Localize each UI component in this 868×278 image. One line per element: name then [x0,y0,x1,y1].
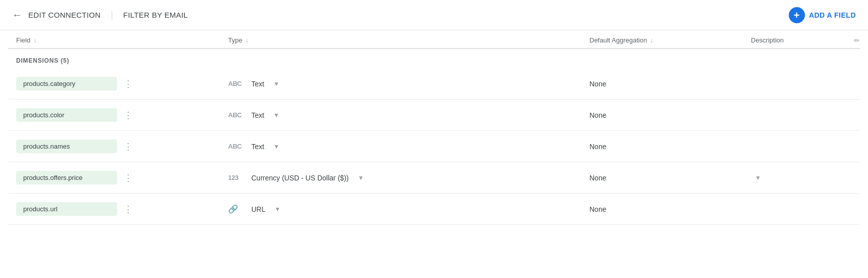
field-cell: products.color ⋮ [16,108,228,122]
more-options-icon[interactable]: ⋮ [122,204,134,215]
field-column-label: Field [16,36,30,44]
type-cell: ABC Text ▼ [228,143,589,151]
add-field-circle-icon: + [789,7,805,23]
header: ← EDIT CONNECTION | FILTER BY EMAIL + AD… [0,0,868,30]
add-field-button[interactable]: + ADD A FIELD [789,7,856,23]
more-options-icon[interactable]: ⋮ [122,172,134,183]
type-123-icon: 123 [228,174,246,181]
field-chip: products.color [16,108,117,122]
field-chip: products.names [16,140,117,153]
aggregation-cell: None [589,80,751,88]
header-divider: | [111,10,113,20]
type-dropdown-icon[interactable]: ▼ [275,206,281,213]
aggregation-cell: None [589,174,751,182]
type-cell: ABC Text ▼ [228,80,589,88]
description-column-label: Description [751,36,784,44]
field-sort-icon[interactable]: ↓ [33,37,36,44]
type-abc-icon: ABC [228,80,246,87]
description-dropdown-icon[interactable]: ▼ [755,174,761,181]
aggregation-value: None [589,111,606,119]
column-header-field: Field ↓ [16,36,228,44]
column-header-type: Type ↓ [228,36,589,44]
back-button[interactable]: ← [12,9,22,21]
field-cell: products.url ⋮ [16,202,228,216]
type-abc-icon: ABC [228,111,246,119]
header-title: EDIT CONNECTION [28,11,100,19]
aggregation-value: None [589,205,606,213]
field-cell: products.names ⋮ [16,140,228,153]
aggregation-sort-icon[interactable]: ↓ [650,37,653,44]
type-dropdown-icon[interactable]: ▼ [274,80,280,87]
type-sort-icon[interactable]: ↓ [245,37,248,44]
aggregation-cell: None [589,143,751,151]
field-chip: products.url [16,202,117,216]
aggregation-value: None [589,174,606,182]
type-cell: ABC Text ▼ [228,111,589,119]
header-left: ← EDIT CONNECTION | FILTER BY EMAIL [12,9,789,21]
aggregation-cell: None [589,205,751,213]
type-label: URL [251,205,265,213]
table-row: products.url ⋮ 🔗 URL ▼ None [8,194,860,225]
type-dropdown-icon[interactable]: ▼ [274,143,280,150]
url-link-icon: 🔗 [228,204,246,214]
field-cell: products.offers.price ⋮ [16,171,228,184]
aggregation-cell: None [589,111,751,119]
aggregation-value: None [589,143,606,151]
table-header: Field ↓ Type ↓ Default Aggregation ↓ Des… [8,30,860,49]
type-cell: 🔗 URL ▼ [228,204,589,214]
type-abc-icon: ABC [228,143,246,150]
table-row: products.offers.price ⋮ 123 Currency (US… [8,162,860,194]
more-options-icon[interactable]: ⋮ [122,78,134,89]
add-field-label: ADD A FIELD [809,11,856,19]
section-label: DIMENSIONS (5) [16,57,69,64]
table-row: products.category ⋮ ABC Text ▼ None [8,68,860,100]
type-label: Text [251,143,264,151]
more-options-icon[interactable]: ⋮ [122,110,134,121]
type-dropdown-icon[interactable]: ▼ [274,112,280,119]
column-header-aggregation: Default Aggregation ↓ [589,36,751,44]
field-chip: products.category [16,77,117,90]
aggregation-column-label: Default Aggregation [589,36,647,44]
type-label: Text [251,80,264,88]
type-label: Text [251,111,264,119]
table-row: products.color ⋮ ABC Text ▼ None [8,100,860,131]
field-cell: products.category ⋮ [16,77,228,90]
field-chip: products.offers.price [16,171,117,184]
description-cell: ▼ [751,174,852,181]
more-options-icon[interactable]: ⋮ [122,141,134,152]
type-dropdown-icon[interactable]: ▼ [358,174,364,181]
aggregation-value: None [589,80,606,88]
edit-pencil-icon[interactable]: ✏ [854,36,860,44]
type-cell: 123 Currency (USD - US Dollar ($)) ▼ [228,174,589,182]
table-row: products.names ⋮ ABC Text ▼ None [8,131,860,162]
header-subtitle: FILTER BY EMAIL [123,11,188,19]
dimensions-section-header: DIMENSIONS (5) [8,49,860,68]
table-container: Field ↓ Type ↓ Default Aggregation ↓ Des… [0,30,868,225]
type-column-label: Type [228,36,242,44]
type-label: Currency (USD - US Dollar ($)) [251,174,349,182]
column-header-description: Description [751,36,852,44]
